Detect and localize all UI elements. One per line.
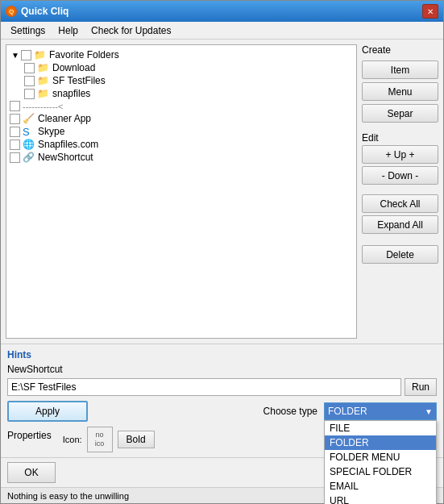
tree-checkbox-sep[interactable] bbox=[10, 101, 20, 111]
menu-help[interactable]: Help bbox=[52, 23, 85, 38]
title-bar: Q Quick Cliq ✕ bbox=[1, 1, 443, 22]
tree-checkbox-skype[interactable] bbox=[10, 127, 20, 137]
tree-expand-root[interactable]: ▼ bbox=[10, 49, 21, 60]
apply-button[interactable]: Apply bbox=[7, 401, 88, 422]
menu-settings[interactable]: Settings bbox=[4, 23, 52, 38]
hints-title: Hints bbox=[7, 349, 437, 360]
close-button[interactable]: ✕ bbox=[422, 4, 438, 19]
tree-checkbox-snapfiles[interactable] bbox=[24, 89, 35, 99]
hints-name: NewShortcut bbox=[7, 364, 437, 375]
icon-text: no ico bbox=[95, 431, 105, 448]
icon-row: Icon: no ico Bold bbox=[63, 427, 155, 452]
option-folder-menu[interactable]: FOLDER MENU bbox=[325, 450, 436, 464]
tree-label-newshortcut: NewShortcut bbox=[38, 152, 93, 163]
tree-panel[interactable]: ▼ 📁 Favorite Folders 📁 Download 📁 SF Tes… bbox=[6, 44, 357, 339]
status-text: Nothing is easy to the unwilling bbox=[7, 491, 129, 501]
menu-button[interactable]: Menu bbox=[362, 82, 438, 101]
apply-row: Apply Choose type FOLDER ▼ FILE FOLDER F… bbox=[7, 401, 437, 422]
app-icon-skype: S bbox=[23, 126, 35, 137]
tree-label-cleanerapp: Cleaner App bbox=[38, 113, 91, 124]
tree-label-sftestfiles: SF TestFiles bbox=[52, 75, 106, 86]
icon-label: Icon: bbox=[63, 435, 82, 444]
tree-label-snapfiles: snapfiles bbox=[52, 88, 90, 99]
expand-all-button[interactable]: Expand All bbox=[362, 215, 438, 234]
create-label: Create bbox=[362, 44, 438, 56]
tree-item-snapfiles-com[interactable]: 🌐 Snapfiles.com bbox=[10, 138, 353, 151]
tree-item-separator: ------------< bbox=[10, 100, 353, 112]
app-icon-cleanerapp: 🧹 bbox=[23, 113, 35, 124]
folder-icon-root: 📁 bbox=[34, 49, 47, 60]
edit-section: Edit + Up + - Down - bbox=[362, 132, 438, 185]
choose-type-dropdown[interactable]: FOLDER ▼ bbox=[324, 402, 437, 420]
tree-item-sftestfiles[interactable]: 📁 SF TestFiles bbox=[24, 74, 353, 87]
app-icon-newshortcut: 🔗 bbox=[23, 152, 35, 163]
edit-label: Edit bbox=[362, 132, 438, 144]
tree-label-download: Download bbox=[52, 62, 95, 73]
up-button[interactable]: + Up + bbox=[362, 145, 438, 164]
tree-root-label: Favorite Folders bbox=[49, 49, 119, 60]
util-buttons: Check All Expand All bbox=[362, 194, 438, 234]
title-controls: ✕ bbox=[422, 4, 438, 19]
path-input[interactable] bbox=[7, 378, 401, 396]
tree-checkbox-sftestfiles[interactable] bbox=[24, 76, 35, 86]
delete-button[interactable]: Delete bbox=[362, 245, 438, 264]
folder-icon-snapfiles: 📁 bbox=[37, 88, 50, 99]
menubar: Settings Help Check for Updates bbox=[1, 22, 443, 40]
tree-checkbox-root[interactable] bbox=[21, 50, 31, 60]
run-button[interactable]: Run bbox=[405, 378, 437, 396]
choose-type-wrapper: FOLDER ▼ FILE FOLDER FOLDER MENU SPECIAL… bbox=[324, 402, 437, 420]
window-title: Quick Cliq bbox=[21, 6, 68, 17]
option-folder[interactable]: FOLDER bbox=[325, 435, 436, 450]
item-button[interactable]: Item bbox=[362, 60, 438, 79]
app-icon: Q bbox=[6, 6, 17, 17]
tree-checkbox-download[interactable] bbox=[24, 63, 35, 73]
app-icon-snapfiles-com: 🌐 bbox=[23, 139, 35, 150]
delete-wrapper: Delete bbox=[362, 245, 438, 264]
hints-section: Hints NewShortcut Run Apply Choose type … bbox=[1, 344, 443, 457]
path-row: Run bbox=[7, 378, 437, 396]
main-window: Q Quick Cliq ✕ Settings Help Check for U… bbox=[0, 0, 444, 504]
dropdown-arrow-icon: ▼ bbox=[425, 407, 433, 416]
folder-icon-download: 📁 bbox=[37, 62, 50, 73]
tree-checkbox-snapfiles-com[interactable] bbox=[10, 140, 20, 150]
icon-placeholder[interactable]: no ico bbox=[87, 427, 113, 452]
right-panel: Create Item Menu Separ Edit + Up + - Dow… bbox=[362, 44, 438, 339]
tree-root[interactable]: ▼ 📁 Favorite Folders bbox=[10, 48, 353, 61]
ok-button[interactable]: OK bbox=[7, 462, 56, 483]
main-content: ▼ 📁 Favorite Folders 📁 Download 📁 SF Tes… bbox=[1, 40, 443, 344]
tree-item-download[interactable]: 📁 Download bbox=[24, 61, 353, 74]
tree-item-cleanerapp[interactable]: 🧹 Cleaner App bbox=[10, 112, 353, 125]
tree-label-separator: ------------< bbox=[23, 102, 63, 111]
tree-label-skype: Skype bbox=[38, 126, 64, 137]
down-button[interactable]: - Down - bbox=[362, 166, 438, 185]
tree-item-snapfiles[interactable]: 📁 snapfiles bbox=[24, 87, 353, 100]
tree-item-newshortcut[interactable]: 🔗 NewShortcut bbox=[10, 151, 353, 164]
tree-label-snapfiles-com: Snapfiles.com bbox=[38, 139, 98, 150]
title-bar-left: Q Quick Cliq bbox=[6, 6, 68, 17]
option-special-folder[interactable]: SPECIAL FOLDER bbox=[325, 464, 436, 479]
tree-checkbox-newshortcut[interactable] bbox=[10, 152, 20, 163]
tree-checkbox-cleanerapp[interactable] bbox=[10, 114, 20, 124]
selected-type: FOLDER bbox=[328, 406, 367, 417]
option-file[interactable]: FILE bbox=[325, 421, 436, 435]
option-url[interactable]: URL bbox=[325, 494, 436, 504]
folder-icon-sftestfiles: 📁 bbox=[37, 75, 50, 86]
separ-button[interactable]: Separ bbox=[362, 104, 438, 123]
bold-button[interactable]: Bold bbox=[118, 431, 155, 448]
choose-type-label: Choose type bbox=[263, 406, 317, 417]
option-email[interactable]: EMAIL bbox=[325, 479, 436, 494]
tree-item-skype[interactable]: S Skype bbox=[10, 125, 353, 138]
type-dropdown-list: FILE FOLDER FOLDER MENU SPECIAL FOLDER E… bbox=[324, 420, 437, 504]
check-all-button[interactable]: Check All bbox=[362, 194, 438, 213]
properties-label: Properties bbox=[7, 427, 52, 441]
menu-check-updates[interactable]: Check for Updates bbox=[85, 23, 177, 38]
